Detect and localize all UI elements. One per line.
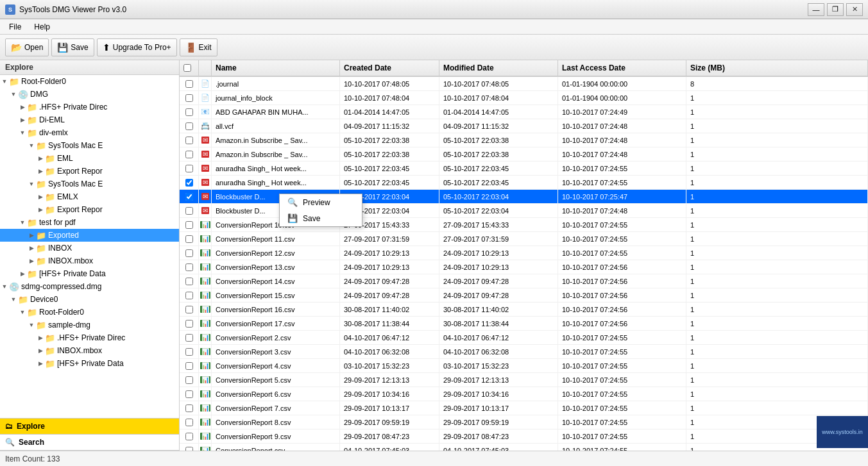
row-checkbox-cell[interactable] — [180, 429, 199, 443]
table-row[interactable]: ✉ Amazon.in Subscribe _ Sav... 05-10-201… — [180, 133, 868, 147]
table-row[interactable]: 📊 ConversionReport 11.csv 27-09-2017 07:… — [180, 232, 868, 246]
row-checkbox-cell[interactable] — [180, 162, 199, 175]
col-header-modified[interactable]: Modified Date — [439, 60, 558, 76]
col-header-lastaccess[interactable]: Last Access Date — [558, 60, 686, 76]
row-checkbox-cell[interactable] — [180, 359, 199, 372]
table-row[interactable]: 📊 ConversionReport 15.csv 24-09-2017 09:… — [180, 288, 868, 303]
tree-node[interactable]: ▼📁Root-Folder0 — [0, 75, 179, 88]
close-button[interactable]: ✕ — [846, 3, 863, 16]
row-checkbox-cell[interactable] — [180, 91, 199, 104]
row-checkbox-cell[interactable] — [180, 317, 199, 330]
tree-node[interactable]: ▶📁Export Repor — [0, 203, 179, 216]
row-checkbox-cell[interactable] — [180, 415, 199, 429]
tree-node[interactable]: ▶📁Di-EML — [0, 113, 179, 126]
row-checkbox-cell[interactable] — [180, 204, 199, 217]
table-row[interactable]: 📊 ConversionReport 9.csv 29-09-2017 08:4… — [180, 429, 868, 444]
row-checkbox[interactable] — [185, 292, 193, 299]
tree-node[interactable]: ▼📁div-emlx — [0, 126, 179, 139]
tree-node[interactable]: ▼📁sample-dmg — [0, 319, 179, 331]
tree-node[interactable]: ▶📁INBOX.mbox — [0, 254, 179, 267]
row-checkbox-cell[interactable] — [180, 133, 199, 147]
col-header-checkbox[interactable] — [180, 60, 199, 76]
table-row[interactable]: 📄 journal_info_block 10-10-2017 07:48:04… — [180, 91, 868, 105]
col-header-name[interactable]: Name — [212, 60, 340, 76]
table-row[interactable]: 📇 all.vcf 04-09-2017 11:15:32 04-09-2017… — [180, 119, 868, 133]
row-checkbox[interactable] — [185, 278, 193, 285]
tree-node[interactable]: ▶📁EMLX — [0, 190, 179, 203]
row-checkbox[interactable] — [185, 165, 193, 172]
row-checkbox-cell[interactable] — [180, 274, 199, 288]
open-button[interactable]: 📂 Open — [5, 38, 49, 56]
tree-node[interactable]: ▼📁test for pdf — [0, 216, 179, 229]
tree-node[interactable]: ▼📁Device0 — [0, 293, 179, 306]
row-checkbox-cell[interactable] — [180, 260, 199, 274]
row-checkbox[interactable] — [185, 419, 193, 426]
tree-node[interactable]: ▼💿DMG — [0, 88, 179, 101]
tree-node[interactable]: ▼📁SysTools Mac E — [0, 178, 179, 190]
row-checkbox[interactable] — [185, 263, 193, 271]
explore-tab[interactable]: 🗂 Explore — [0, 419, 179, 435]
row-checkbox-cell[interactable] — [180, 77, 199, 90]
row-checkbox-cell[interactable] — [180, 147, 199, 161]
row-checkbox-cell[interactable] — [180, 401, 199, 415]
select-all-checkbox[interactable] — [183, 64, 191, 72]
table-row[interactable]: ✉ anuradha Singh_ Hot week... 05-10-2017… — [180, 162, 868, 176]
tree-node[interactable]: ▶📁.HFS+ Private Direc — [0, 101, 179, 113]
table-row[interactable]: ✉ anuradha Singh_ Hot week... 05-10-2017… — [180, 176, 868, 190]
tree-node[interactable]: ▶📁[HFS+ Private Data — [0, 267, 179, 280]
row-checkbox[interactable] — [185, 249, 193, 257]
row-checkbox-cell[interactable] — [180, 387, 199, 401]
exit-button[interactable]: 🚪 Exit — [180, 38, 217, 56]
tree-container[interactable]: ▼📁Root-Folder0▼💿DMG▶📁.HFS+ Private Direc… — [0, 75, 179, 418]
tree-node[interactable]: ▶📁Exported — [0, 229, 179, 242]
grid-body[interactable]: 📄 .journal 10-10-2017 07:48:05 10-10-201… — [180, 77, 868, 451]
search-tab[interactable]: 🔍 Search — [0, 435, 179, 451]
table-row[interactable]: 📊 ConversionReport 17.csv 30-08-2017 11:… — [180, 317, 868, 331]
row-checkbox-cell[interactable] — [180, 232, 199, 245]
row-checkbox-cell[interactable] — [180, 176, 199, 189]
row-checkbox-cell[interactable] — [180, 119, 199, 133]
tree-node[interactable]: ▶📁EML — [0, 152, 179, 165]
row-checkbox-cell[interactable] — [180, 373, 199, 387]
table-row[interactable]: 📊 ConversionReport 3.csv 04-10-2017 06:3… — [180, 345, 868, 359]
row-checkbox-cell[interactable] — [180, 105, 199, 119]
row-checkbox[interactable] — [185, 80, 193, 88]
table-row[interactable]: ✉ Amazon.in Subscribe _ Sav... 05-10-201… — [180, 147, 868, 162]
row-checkbox-cell[interactable] — [180, 246, 199, 260]
tree-node[interactable]: ▼📁Root-Folder0 — [0, 306, 179, 319]
tree-node[interactable]: ▶📁INBOX — [0, 242, 179, 254]
row-checkbox[interactable] — [185, 122, 193, 130]
row-checkbox[interactable] — [185, 362, 193, 370]
row-checkbox-cell[interactable] — [180, 288, 199, 302]
row-checkbox-cell[interactable] — [180, 303, 199, 316]
table-row[interactable]: 📊 ConversionReport 14.csv 24-09-2017 09:… — [180, 274, 868, 288]
row-checkbox-cell[interactable] — [180, 190, 199, 203]
table-row[interactable]: 📊 ConversionReport 7.csv 29-09-2017 10:1… — [180, 401, 868, 415]
row-checkbox-cell[interactable] — [180, 331, 199, 344]
maximize-button[interactable]: ❐ — [827, 3, 844, 16]
row-checkbox[interactable] — [185, 320, 193, 328]
menu-help[interactable]: Help — [28, 21, 56, 33]
row-checkbox[interactable] — [185, 376, 193, 384]
context-menu-item-save[interactable]: 💾Save — [280, 210, 362, 226]
table-row[interactable]: 📊 ConversionReport 5.csv 29-09-2017 12:1… — [180, 373, 868, 387]
row-checkbox-cell[interactable] — [180, 218, 199, 231]
row-checkbox-cell[interactable] — [180, 444, 199, 451]
row-checkbox[interactable] — [185, 108, 193, 116]
table-row[interactable]: 📊 ConversionReport 2.csv 04-10-2017 06:4… — [180, 331, 868, 345]
table-row[interactable]: 📊 ConversionReport 12.csv 24-09-2017 10:… — [180, 246, 868, 260]
minimize-button[interactable]: — — [808, 3, 824, 16]
row-checkbox[interactable] — [185, 151, 193, 158]
tree-node[interactable]: ▶📁.HFS+ Private Direc — [0, 331, 179, 344]
tree-node[interactable]: ▶📁Export Repor — [0, 165, 179, 178]
row-checkbox[interactable] — [185, 94, 193, 102]
row-checkbox[interactable] — [185, 137, 193, 144]
row-checkbox[interactable] — [185, 235, 193, 243]
upgrade-button[interactable]: ⬆ Upgrade To Pro+ — [97, 38, 177, 56]
row-checkbox[interactable] — [185, 179, 193, 187]
table-row[interactable]: 📄 .journal 10-10-2017 07:48:05 10-10-201… — [180, 77, 868, 91]
table-row[interactable]: 📊 ConversionReport 8.csv 29-09-2017 09:5… — [180, 415, 868, 429]
row-checkbox[interactable] — [185, 447, 193, 451]
table-row[interactable]: 📊 ConversionReport 16.csv 30-08-2017 11:… — [180, 303, 868, 317]
context-menu-item-preview[interactable]: 🔍Preview — [280, 194, 362, 210]
